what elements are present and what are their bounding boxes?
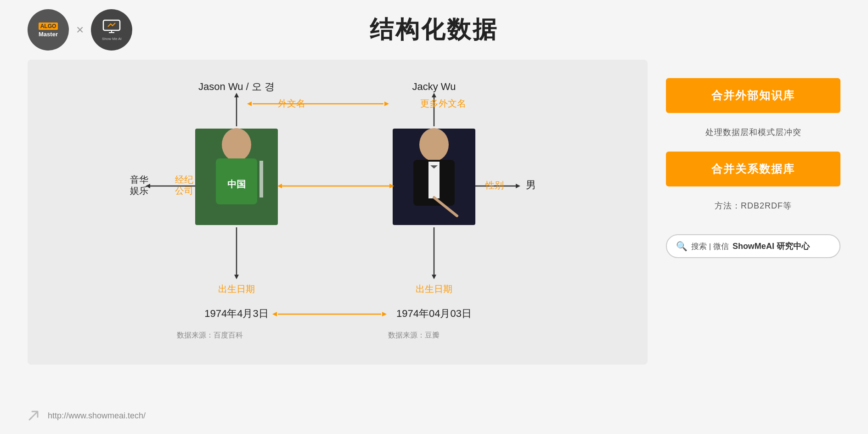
merge-relational-btn[interactable]: 合并关系数据库: [666, 152, 840, 186]
svg-marker-28: [272, 312, 277, 316]
merge-knowledge-subtitle: 处理数据层和模式层冲突: [666, 122, 840, 142]
algo-master-logo: ALGO Master: [28, 9, 69, 51]
svg-marker-25: [247, 101, 252, 106]
diagram-box: Jason Wu / 오 경 Jacky Wu 中国: [28, 60, 648, 365]
page: ALGO Master × Show Me AI 结构化数据: [0, 0, 868, 434]
algo-text: ALGO: [39, 23, 58, 30]
merge-knowledge-btn[interactable]: 合并外部知识库: [666, 78, 840, 113]
person1-name: Jason Wu / 오 경: [198, 81, 275, 92]
data-source-2: 数据来源：豆瓣: [388, 331, 440, 339]
value-agency2: 娱乐: [130, 186, 148, 196]
showme-logo: Show Me AI: [91, 9, 132, 51]
svg-marker-26: [384, 101, 389, 106]
logo-area: ALGO Master × Show Me AI: [28, 9, 132, 51]
footer-url: http://www.showmeai.tech/: [48, 411, 146, 421]
label-birth-2: 出生日期: [416, 284, 452, 294]
svg-rect-6: [259, 161, 263, 197]
search-bar[interactable]: 🔍 搜索 | 微信 ShowMeAI 研究中心: [666, 234, 840, 258]
data-source-1: 数据来源：百度百科: [177, 331, 243, 339]
monitor-icon: [102, 19, 121, 36]
label-foreign-name-2: 更多外文名: [420, 98, 466, 108]
merge-relational-subtitle: 方法：RDB2RDF等: [666, 196, 840, 216]
svg-text:中国: 中国: [227, 179, 246, 189]
svg-marker-19: [432, 275, 436, 279]
value-birth-1: 1974年4月3日: [204, 308, 268, 319]
label-birth-1: 出生日期: [218, 284, 255, 294]
value-agency1: 音华: [130, 175, 148, 185]
svg-marker-23: [516, 184, 520, 188]
header: ALGO Master × Show Me AI 结构化数据: [0, 0, 868, 51]
value-gender: 男: [526, 179, 536, 191]
svg-marker-13: [234, 93, 239, 97]
svg-marker-17: [432, 93, 436, 97]
label-agency2: 公司: [175, 186, 193, 196]
person2-name: Jacky Wu: [412, 81, 456, 92]
svg-marker-31: [277, 184, 282, 188]
label-agency: 经纪: [175, 175, 193, 185]
page-title: 结构化数据: [370, 14, 498, 46]
footer-arrow-icon: [28, 407, 42, 425]
diagram-svg: Jason Wu / 오 경 Jacky Wu 中国: [46, 73, 629, 349]
showme-ai-text: Show Me AI: [102, 37, 122, 41]
svg-marker-15: [234, 275, 239, 279]
svg-point-3: [222, 128, 251, 161]
main-content: Jason Wu / 오 경 Jacky Wu 中国: [0, 51, 868, 402]
footer: http://www.showmeai.tech/: [0, 402, 868, 434]
value-birth-2: 1974年04月03日: [396, 308, 472, 319]
right-panel: 合并外部知识库 处理数据层和模式层冲突 合并关系数据库 方法：RDB2RDF等 …: [666, 60, 840, 258]
search-brand: ShowMeAI 研究中心: [733, 241, 810, 252]
svg-point-7: [419, 128, 449, 161]
master-text: Master: [39, 31, 58, 38]
label-gender: 性别: [485, 180, 504, 190]
search-icon: 🔍: [676, 241, 688, 252]
search-placeholder: 搜索 | 微信: [691, 241, 729, 252]
cross-symbol: ×: [76, 23, 84, 37]
svg-marker-29: [382, 312, 387, 316]
